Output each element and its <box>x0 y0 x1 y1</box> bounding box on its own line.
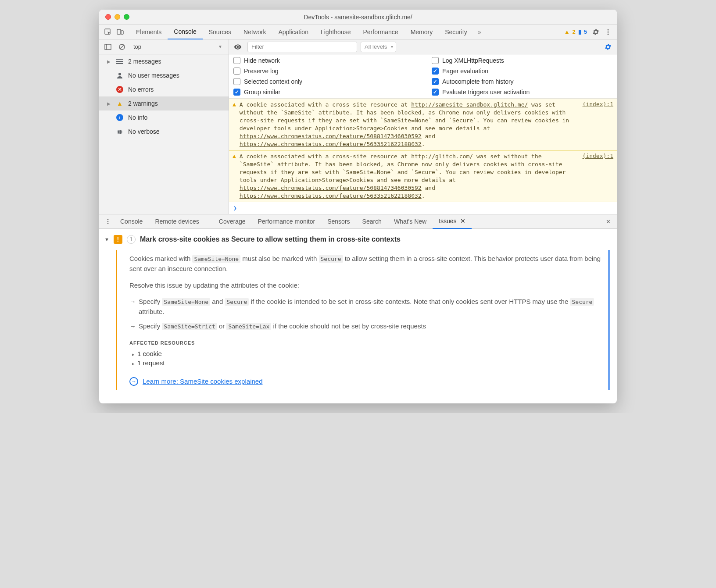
source-link[interactable]: (index):1 <box>583 153 613 200</box>
settings-icon[interactable] <box>590 26 602 38</box>
sidebar-item-warnings[interactable]: ▶ ▲ 2 warnings <box>99 96 229 110</box>
issue-suggestion: → Specify SameSite=Strict or SameSite=La… <box>129 321 602 331</box>
kebab-menu-icon[interactable] <box>102 215 114 228</box>
learn-more-link[interactable]: Learn more: SameSite cookies explained <box>143 378 263 385</box>
checkbox[interactable] <box>432 78 439 85</box>
sidebar-item-label: No user messages <box>128 72 179 79</box>
affected-request[interactable]: 1 request <box>132 359 602 367</box>
main-tabbar: Elements Console Sources Network Applica… <box>99 25 617 39</box>
checkbox[interactable] <box>432 57 439 64</box>
svg-point-21 <box>107 219 109 220</box>
context-selector[interactable]: top ▼ <box>130 43 226 50</box>
svg-rect-11 <box>116 61 123 62</box>
tab-network[interactable]: Network <box>237 25 272 39</box>
option-group[interactable]: Group similar <box>233 89 414 96</box>
console-prompt[interactable]: ❯ <box>229 202 617 214</box>
drawer-tab-coverage[interactable]: Coverage <box>213 214 252 229</box>
issue-badge-icon: ! <box>114 235 122 244</box>
kebab-menu-icon[interactable] <box>602 26 614 38</box>
svg-rect-6 <box>105 44 111 50</box>
drawer-tab-sensors[interactable]: Sensors <box>321 214 356 229</box>
sidebar-item-verbose[interactable]: No verbose <box>99 125 229 139</box>
feature-link[interactable]: https://www.chromestatus.com/feature/563… <box>240 141 422 147</box>
drawer-tab-perfmon[interactable]: Performance monitor <box>251 214 321 229</box>
checkbox[interactable] <box>432 68 439 75</box>
feature-link[interactable]: https://www.chromestatus.com/feature/508… <box>240 133 422 139</box>
console-messages: ▲ A cookie associated with a cross-site … <box>229 98 617 214</box>
issue-title: Mark cross-site cookies as Secure to all… <box>140 235 401 243</box>
drawer-tabbar: Console Remote devices Coverage Performa… <box>99 214 617 229</box>
tab-security[interactable]: Security <box>439 25 473 39</box>
issue-count[interactable]: 5 <box>584 29 587 35</box>
sidebar-item-messages[interactable]: ▶ 2 messages <box>99 54 229 68</box>
device-mode-icon[interactable] <box>114 26 126 38</box>
console-warning-message[interactable]: ▲ A cookie associated with a cross-site … <box>229 150 617 202</box>
option-hide-network[interactable]: Hide network <box>233 57 414 64</box>
expand-icon: ▶ <box>107 59 111 64</box>
disclosure-icon[interactable]: ▼ <box>104 237 109 242</box>
source-link[interactable]: (index):1 <box>583 101 613 148</box>
sidebar-item-errors[interactable]: ✕ No errors <box>99 82 229 96</box>
tab-sources[interactable]: Sources <box>203 25 237 39</box>
drawer-tab-remote[interactable]: Remote devices <box>149 214 205 229</box>
tab-application[interactable]: Application <box>272 25 315 39</box>
expand-icon: ▶ <box>107 101 111 106</box>
warning-count[interactable]: 2 <box>573 29 576 35</box>
issue-icon[interactable]: ▮ <box>578 29 581 35</box>
option-log-xhr[interactable]: Log XMLHttpRequests <box>432 57 612 64</box>
resource-link[interactable]: http://glitch.com/ <box>411 153 473 160</box>
error-icon: ✕ <box>116 86 124 93</box>
issue-body: Cookies marked with SameSite=None must a… <box>116 250 610 390</box>
option-eager[interactable]: Eager evaluation <box>432 68 612 75</box>
chevron-down-icon: ▼ <box>218 44 222 49</box>
feature-link[interactable]: https://www.chromestatus.com/feature/563… <box>240 192 422 199</box>
tab-performance[interactable]: Performance <box>357 25 404 39</box>
drawer-tab-whatsnew[interactable]: What's New <box>388 214 433 229</box>
drawer-tab-issues[interactable]: Issues ✕ <box>433 214 471 229</box>
sidebar-toggle-icon[interactable] <box>102 41 114 53</box>
close-drawer-icon[interactable]: ✕ <box>602 215 614 228</box>
sidebar-item-info[interactable]: i No info <box>99 110 229 125</box>
sidebar-item-label: No verbose <box>128 128 160 135</box>
drawer-tab-search[interactable]: Search <box>356 214 388 229</box>
svg-rect-2 <box>121 31 123 34</box>
clear-console-icon[interactable] <box>116 41 128 53</box>
svg-line-20 <box>121 133 122 133</box>
context-value: top <box>133 43 141 50</box>
close-icon[interactable]: ✕ <box>460 217 465 225</box>
option-preserve[interactable]: Preserve log <box>233 68 414 75</box>
console-settings-icon[interactable] <box>602 41 614 53</box>
inspect-element-icon[interactable] <box>102 26 114 38</box>
log-levels-select[interactable]: All levels <box>361 42 396 52</box>
drawer-tab-console[interactable]: Console <box>114 214 149 229</box>
filter-input[interactable] <box>247 42 357 52</box>
option-context-only[interactable]: Selected context only <box>233 78 414 85</box>
issue-resolve: Resolve this issue by updating the attri… <box>129 280 602 290</box>
tab-memory[interactable]: Memory <box>405 25 439 39</box>
feature-link[interactable]: https://www.chromestatus.com/feature/508… <box>240 185 422 191</box>
affected-cookie[interactable]: 1 cookie <box>132 350 602 357</box>
tab-lighthouse[interactable]: Lighthouse <box>315 25 357 39</box>
option-activation[interactable]: Evaluate triggers user activation <box>432 89 612 96</box>
checkbox[interactable] <box>233 68 240 75</box>
checkbox[interactable] <box>233 78 240 85</box>
window-title: DevTools - samesite-sandbox.glitch.me/ <box>99 14 617 21</box>
checkbox[interactable] <box>233 89 240 96</box>
list-icon <box>116 57 124 65</box>
affected-resources-heading: AFFECTED RESOURCES <box>129 340 602 346</box>
console-warning-message[interactable]: ▲ A cookie associated with a cross-site … <box>229 99 617 150</box>
main-tabs: Elements Console Sources Network Applica… <box>130 25 564 39</box>
more-tabs-icon[interactable] <box>473 26 486 38</box>
svg-rect-10 <box>116 59 123 60</box>
checkbox[interactable] <box>233 57 240 64</box>
issue-suggestion: → Specify SameSite=None and Secure if th… <box>129 296 602 317</box>
resource-link[interactable]: http://samesite-sandbox.glitch.me/ <box>411 101 528 108</box>
issue-header[interactable]: ▼ ! 1 Mark cross-site cookies as Secure … <box>104 235 610 244</box>
live-expression-icon[interactable] <box>232 41 244 53</box>
tab-elements[interactable]: Elements <box>130 25 168 39</box>
tab-console[interactable]: Console <box>168 25 202 39</box>
sidebar-item-user[interactable]: No user messages <box>99 68 229 82</box>
checkbox[interactable] <box>432 89 439 96</box>
option-autocomplete[interactable]: Autocomplete from history <box>432 78 612 85</box>
warning-icon[interactable]: ▲ <box>564 29 570 35</box>
